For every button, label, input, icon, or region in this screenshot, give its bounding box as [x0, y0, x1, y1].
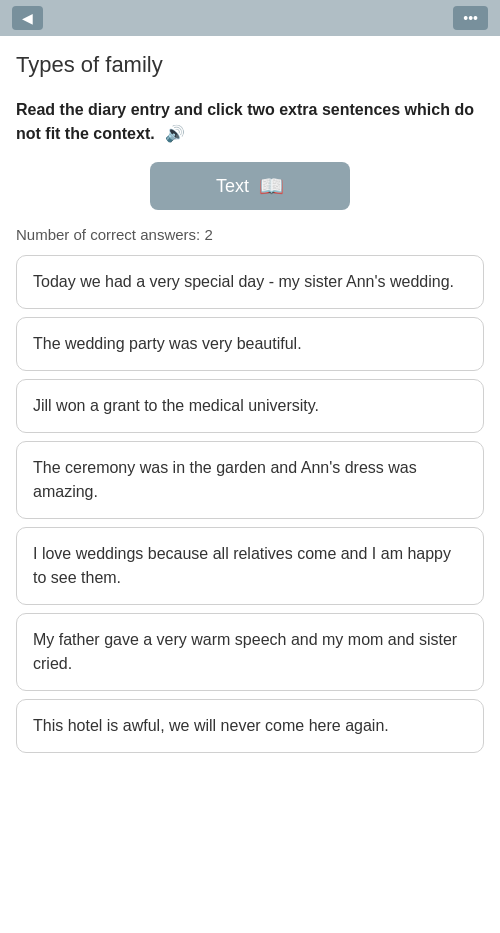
audio-icon[interactable]: 🔊: [165, 122, 185, 146]
sentence-item[interactable]: The wedding party was very beautiful.: [16, 317, 484, 371]
menu-button[interactable]: •••: [453, 6, 488, 30]
top-bar: ◀ •••: [0, 0, 500, 36]
text-button-label: Text: [216, 176, 249, 197]
back-button[interactable]: ◀: [12, 6, 43, 30]
sentence-item[interactable]: Today we had a very special day - my sis…: [16, 255, 484, 309]
text-button[interactable]: Text 📖: [150, 162, 350, 210]
sentence-item[interactable]: Jill won a grant to the medical universi…: [16, 379, 484, 433]
book-icon: 📖: [259, 174, 284, 198]
sentence-item[interactable]: I love weddings because all relatives co…: [16, 527, 484, 605]
sentence-item[interactable]: This hotel is awful, we will never come …: [16, 699, 484, 753]
instruction-text: Read the diary entry and click two extra…: [16, 98, 484, 146]
correct-answers-label: Number of correct answers: 2: [16, 226, 484, 243]
sentence-item[interactable]: The ceremony was in the garden and Ann's…: [16, 441, 484, 519]
sentence-item[interactable]: My father gave a very warm speech and my…: [16, 613, 484, 691]
sentences-list: Today we had a very special day - my sis…: [16, 255, 484, 753]
page-title: Types of family: [16, 52, 484, 78]
main-content: Types of family Read the diary entry and…: [0, 36, 500, 933]
text-button-container: Text 📖: [16, 162, 484, 210]
